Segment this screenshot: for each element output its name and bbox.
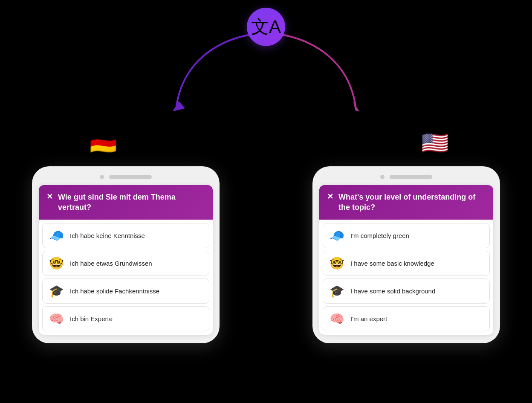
phone-bar-right <box>390 175 432 179</box>
phone-dot-right <box>380 175 385 179</box>
option-text-left-3: Ich bin Experte <box>70 315 113 322</box>
dialog-options-left: 🧢 Ich habe keine Kenntnisse 🤓 Ich habe e… <box>39 220 213 335</box>
option-text-left-0: Ich habe keine Kenntnisse <box>70 232 145 239</box>
option-item-left-1[interactable]: 🤓 Ich habe etwas Grundwissen <box>42 251 209 276</box>
option-text-left-1: Ich habe etwas Grundwissen <box>70 260 152 267</box>
phone-right: ✕ What's your level of understanding of … <box>312 166 500 343</box>
phone-top-bar-right <box>319 175 493 179</box>
scene: 文A 🇩🇪 🇺🇸 ✕ Wie gut sind Sie mit dem Them… <box>0 0 532 403</box>
phone-dot-left <box>100 175 104 179</box>
dialog-title-left: Wie gut sind Sie mit dem Thema vertraut? <box>58 192 205 213</box>
translate-icon: 文A <box>247 8 285 46</box>
option-emoji-right-0: 🧢 <box>329 229 344 243</box>
dialog-card-left: ✕ Wie gut sind Sie mit dem Thema vertrau… <box>39 185 213 335</box>
option-item-left-2[interactable]: 🎓 Ich habe solide Fachkenntnisse <box>42 278 209 304</box>
option-item-right-0[interactable]: 🧢 I'm completely green <box>323 223 490 248</box>
option-emoji-right-3: 🧠 <box>329 312 344 326</box>
option-text-right-0: I'm completely green <box>350 232 409 239</box>
option-text-right-3: I'm an expert <box>350 315 387 322</box>
svg-marker-1 <box>351 101 361 111</box>
dialog-header-left: ✕ Wie gut sind Sie mit dem Thema vertrau… <box>39 185 213 220</box>
option-emoji-left-0: 🧢 <box>49 229 64 243</box>
dialog-title-right: What's your level of understanding of th… <box>338 192 486 213</box>
phone-left: ✕ Wie gut sind Sie mit dem Thema vertrau… <box>32 166 220 343</box>
option-text-right-2: I have some solid background <box>350 287 435 295</box>
phone-top-bar-left <box>39 175 213 179</box>
option-item-right-1[interactable]: 🤓 I have some basic knowledge <box>323 251 490 276</box>
dialog-card-right: ✕ What's your level of understanding of … <box>319 185 493 335</box>
close-button-left[interactable]: ✕ <box>46 193 53 200</box>
option-text-right-1: I have some basic knowledge <box>350 260 434 267</box>
option-emoji-right-2: 🎓 <box>329 284 344 298</box>
close-button-right[interactable]: ✕ <box>327 193 333 200</box>
option-item-left-0[interactable]: 🧢 Ich habe keine Kenntnisse <box>42 223 209 248</box>
translate-symbol: 文A <box>251 15 281 39</box>
option-item-right-3[interactable]: 🧠 I'm an expert <box>323 306 490 331</box>
flag-left: 🇩🇪 <box>90 130 117 156</box>
svg-marker-0 <box>171 100 185 111</box>
option-item-right-2[interactable]: 🎓 I have some solid background <box>323 278 490 304</box>
option-emoji-left-3: 🧠 <box>49 312 64 326</box>
option-text-left-2: Ich habe solide Fachkenntnisse <box>70 287 159 295</box>
option-emoji-left-2: 🎓 <box>49 284 64 298</box>
dialog-options-right: 🧢 I'm completely green 🤓 I have some bas… <box>319 220 493 335</box>
option-item-left-3[interactable]: 🧠 Ich bin Experte <box>42 306 209 331</box>
option-emoji-left-1: 🤓 <box>49 256 64 270</box>
dialog-header-right: ✕ What's your level of understanding of … <box>319 185 493 220</box>
phone-bar-left <box>109 175 152 179</box>
option-emoji-right-1: 🤓 <box>329 256 344 270</box>
flag-right: 🇺🇸 <box>421 130 449 156</box>
